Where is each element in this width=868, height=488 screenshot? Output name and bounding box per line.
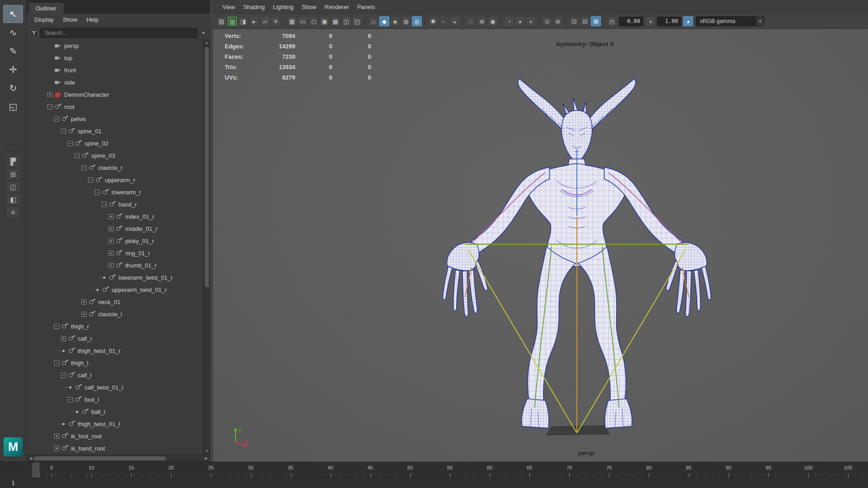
paint-select-tool[interactable]: ✎ [3,42,23,60]
multisample-aa-icon[interactable]: ⊛ [477,16,487,26]
expander-icon[interactable] [61,129,66,134]
outliner-item[interactable]: root [27,101,203,113]
gamma-field[interactable]: 1.00 [657,17,681,26]
outliner-item[interactable]: top [27,52,203,64]
outliner-vertical-scrollbar[interactable]: ▲ ▼ [203,40,210,455]
outliner-item[interactable]: side [27,76,203,89]
expander-icon[interactable] [54,446,59,451]
menu-display[interactable]: Display [30,15,58,24]
resolution-gate-icon[interactable]: ◻ [309,16,319,26]
expander-icon[interactable] [95,190,100,195]
film-gate-icon[interactable]: ▭ [298,16,308,26]
use-default-material-icon[interactable]: ◍ [401,16,411,26]
outliner-item[interactable]: thigh_twist_01_r [27,345,203,357]
image-plane-icon[interactable]: ▱ [260,16,270,26]
outliner-item[interactable]: upperarm_r [27,174,203,186]
current-frame-field[interactable]: 1 [12,480,22,486]
expander-icon[interactable] [95,287,100,292]
outliner-item[interactable]: spine_02 [27,137,203,150]
outliner-item[interactable]: ball_l [27,406,203,418]
outliner-item[interactable]: pinky_01_r [27,235,203,247]
outliner-item[interactable]: calf_r [27,333,203,345]
outliner-item[interactable]: spine_03 [27,150,203,162]
xray-icon[interactable]: ◕ [515,16,525,26]
smooth-shade-icon[interactable]: ◆ [379,16,389,26]
expander-icon[interactable] [47,92,52,97]
menu-show-panel[interactable]: Show [297,2,321,12]
view-transform-dropdown[interactable]: sRGB gamma ▼ [696,16,764,26]
outliner-item[interactable]: ring_01_r [27,247,203,259]
scroll-right-icon[interactable]: ▶ [203,455,209,462]
outliner-item[interactable]: ik_hand_root [27,442,203,455]
scroll-left-icon[interactable]: ◀ [28,455,34,462]
two-d-pan-zoom-icon[interactable]: ✛ [271,16,281,26]
select-camera-icon[interactable]: ▤ [217,16,226,26]
expander-icon[interactable] [102,202,107,207]
outliner-item[interactable]: front [27,64,203,76]
select-tool[interactable]: ↖ [3,5,23,23]
expander-icon[interactable] [47,104,52,109]
outliner-item[interactable]: DemonCharacter [27,89,203,101]
outliner-item[interactable]: calf_l [27,369,203,381]
expander-icon[interactable] [81,300,86,305]
menu-show[interactable]: Show [59,15,82,24]
outliner-item[interactable]: thigh_l [27,357,203,369]
expander-icon[interactable] [81,312,86,317]
expander-icon[interactable] [108,214,113,219]
outliner-item[interactable]: upperarm_twist_01_r [27,284,203,296]
horizontal-scroll-thumb[interactable] [34,456,166,460]
character-model[interactable] [419,54,735,443]
rotate-tool[interactable]: ↻ [3,79,23,97]
outliner-item[interactable]: spine_01 [27,125,203,137]
quick-layout-four-pane-button[interactable]: ⊞ [6,169,20,180]
quick-layout-two-pane-button[interactable]: ◫ [6,181,20,192]
expander-icon[interactable] [81,165,86,170]
wireframe-mode-icon[interactable]: ◇ [368,16,378,26]
exposure-field[interactable]: 0.00 [619,17,643,26]
expander-icon[interactable] [61,348,66,353]
outliner-item[interactable]: clavicle_r [27,162,203,174]
expander-icon[interactable] [75,153,80,158]
expander-icon[interactable] [108,226,113,231]
expander-icon[interactable] [108,263,113,268]
expander-icon[interactable] [54,434,59,439]
expander-icon[interactable] [68,141,73,146]
outliner-item[interactable]: thigh_twist_01_l [27,418,203,430]
expander-icon[interactable] [61,422,66,427]
lasso-select-tool[interactable]: ∿ [3,23,23,42]
expander-icon[interactable] [102,275,107,280]
expander-icon[interactable] [68,397,73,402]
menu-renderer[interactable]: Renderer [321,2,353,12]
expander-icon[interactable] [61,373,66,378]
expander-icon[interactable] [54,361,59,366]
expander-icon[interactable] [68,385,73,390]
safe-action-icon[interactable]: ◫ [341,16,351,26]
outliner-item[interactable]: lowerarm_r [27,186,203,198]
outliner-item[interactable]: ik_foot_root [27,430,203,442]
quick-layout-single-pane-button[interactable]: ▛ [6,156,20,167]
expander-icon[interactable] [88,178,93,183]
time-slider[interactable]: 5 10 15 20 25 [0,462,868,478]
exposure-icon[interactable]: ◴ [607,16,617,26]
scroll-down-icon[interactable]: ▼ [205,448,209,455]
color-management-icon[interactable]: ◕ [683,16,693,26]
camera-attributes-icon[interactable]: ◨ [238,16,248,26]
outliner-tab[interactable]: Outliner [28,2,64,14]
outliner-item[interactable]: hand_r [27,198,203,211]
safe-title-icon[interactable]: ◰ [352,16,362,26]
depth-of-field-icon[interactable]: ◉ [488,16,498,26]
expander-icon[interactable] [108,239,113,244]
range-slider-row[interactable]: 1 [0,478,868,488]
outliner-item[interactable]: persp [27,40,203,52]
outliner-item[interactable]: pelvis [27,113,203,125]
outliner-item[interactable]: calf_twist_01_l [27,381,203,394]
outliner-item[interactable]: clavicle_l [27,308,203,320]
bookmark-icon[interactable]: ▸ [249,16,259,26]
outliner-layout-button[interactable]: ≡ [6,206,20,218]
camera-keyframe-icon[interactable]: ▥ [227,16,237,26]
shadows-icon[interactable]: ◐ [439,16,449,26]
selection-highlight-icon[interactable]: ⊚ [553,16,563,26]
menu-view[interactable]: View [218,2,239,12]
outliner-horizontal-scrollbar[interactable]: ◀ ▶ [27,455,210,462]
filter-icon[interactable] [30,29,38,37]
